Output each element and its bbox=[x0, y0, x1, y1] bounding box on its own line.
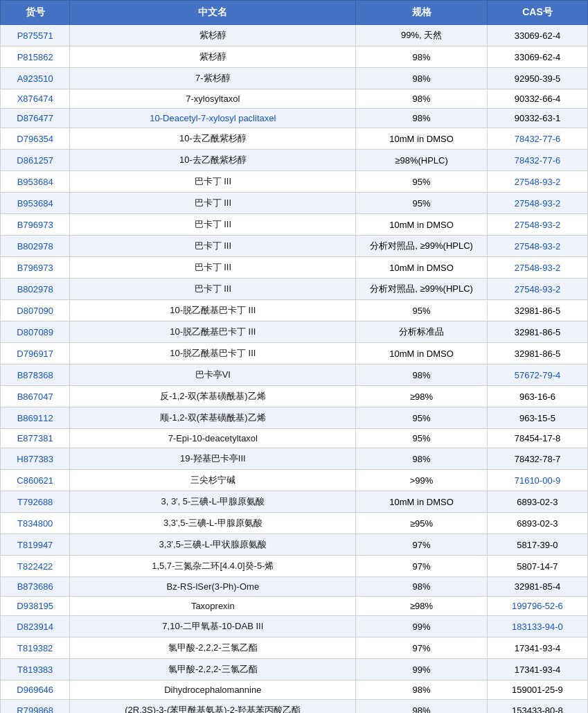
cell-cas: 32981-86-5 bbox=[487, 300, 587, 322]
product-id-link[interactable]: B953684 bbox=[17, 198, 53, 209]
cas-link[interactable]: 27548-93-2 bbox=[515, 284, 561, 294]
cell-name[interactable]: 10-Deacetyl-7-xylosyl paclitaxel bbox=[70, 109, 356, 128]
cell-id[interactable]: T819383 bbox=[1, 659, 70, 680]
cell-id[interactable]: T834800 bbox=[1, 513, 70, 534]
cell-id[interactable]: D876477 bbox=[1, 109, 70, 128]
cell-id[interactable]: P815862 bbox=[1, 46, 70, 68]
cell-id[interactable]: A923510 bbox=[1, 68, 70, 89]
cas-link[interactable]: 27548-93-2 bbox=[515, 198, 561, 209]
cell-spec: ≥98%(HPLC) bbox=[356, 150, 488, 171]
product-id-link[interactable]: B878368 bbox=[17, 370, 53, 380]
product-id-link[interactable]: D796917 bbox=[17, 349, 53, 359]
cas-link[interactable]: 78432-77-6 bbox=[515, 155, 561, 166]
cas-link[interactable]: 27548-93-2 bbox=[515, 241, 561, 252]
product-id-link[interactable]: E877381 bbox=[17, 433, 53, 443]
cell-cas[interactable]: 57672-79-4 bbox=[487, 364, 587, 386]
product-id-link[interactable]: B796973 bbox=[17, 263, 53, 273]
product-id-link[interactable]: X876474 bbox=[17, 94, 53, 104]
cas-link[interactable]: 57672-79-4 bbox=[515, 370, 561, 380]
product-id-link[interactable]: T819947 bbox=[17, 540, 53, 550]
product-id-link[interactable]: D796354 bbox=[17, 134, 53, 144]
cell-name: 紫杉醇 bbox=[70, 25, 356, 46]
cell-cas[interactable]: 27548-93-2 bbox=[487, 171, 587, 193]
cell-id[interactable]: D969646 bbox=[1, 680, 70, 700]
cas-link[interactable]: 71610-00-9 bbox=[515, 475, 561, 486]
cell-id[interactable]: B878368 bbox=[1, 364, 70, 386]
cell-id[interactable]: D823914 bbox=[1, 616, 70, 637]
cell-id[interactable]: B869112 bbox=[1, 407, 70, 429]
product-id-link[interactable]: A923510 bbox=[17, 73, 53, 84]
cell-spec: ≥95% bbox=[356, 513, 488, 534]
product-name-link[interactable]: 10-Deacetyl-7-xylosyl paclitaxel bbox=[150, 113, 276, 123]
cell-name: Taxoprexin bbox=[70, 597, 356, 616]
cell-id[interactable]: T819947 bbox=[1, 534, 70, 556]
product-id-link[interactable]: D969646 bbox=[17, 685, 53, 695]
cell-id[interactable]: D807089 bbox=[1, 322, 70, 343]
cell-id[interactable]: R799868 bbox=[1, 700, 70, 714]
cell-id[interactable]: T792688 bbox=[1, 491, 70, 513]
cas-link[interactable]: 78432-77-6 bbox=[515, 134, 561, 144]
cell-id[interactable]: D938195 bbox=[1, 597, 70, 616]
cell-id[interactable]: X876474 bbox=[1, 89, 70, 109]
cell-id[interactable]: B802978 bbox=[1, 236, 70, 257]
cell-id[interactable]: C860621 bbox=[1, 470, 70, 491]
cell-id[interactable]: D807090 bbox=[1, 300, 70, 322]
product-id-link[interactable]: H877383 bbox=[17, 454, 53, 464]
cell-id[interactable]: B867047 bbox=[1, 386, 70, 407]
cell-cas[interactable]: 27548-93-2 bbox=[487, 214, 587, 236]
cell-id[interactable]: B796973 bbox=[1, 257, 70, 279]
product-id-link[interactable]: B802978 bbox=[17, 284, 53, 294]
cell-cas[interactable]: 78432-77-6 bbox=[487, 128, 587, 150]
cas-link[interactable]: 27548-93-2 bbox=[515, 220, 561, 230]
product-id-link[interactable]: D938195 bbox=[17, 601, 53, 611]
cell-cas[interactable]: 27548-93-2 bbox=[487, 236, 587, 257]
cell-cas[interactable]: 71610-00-9 bbox=[487, 470, 587, 491]
cell-cas[interactable]: 27548-93-2 bbox=[487, 193, 587, 214]
product-id-link[interactable]: D807090 bbox=[17, 306, 53, 316]
cell-id[interactable]: B802978 bbox=[1, 279, 70, 300]
product-id-link[interactable]: R799868 bbox=[17, 705, 53, 714]
product-id-link[interactable]: T819382 bbox=[17, 643, 53, 653]
product-id-link[interactable]: B796973 bbox=[17, 220, 53, 230]
cell-cas[interactable]: 27548-93-2 bbox=[487, 257, 587, 279]
cell-cas[interactable]: 183133-94-0 bbox=[487, 616, 587, 637]
product-id-link[interactable]: T792688 bbox=[17, 497, 53, 507]
cell-cas[interactable]: 199796-52-6 bbox=[487, 597, 587, 616]
product-id-link[interactable]: T834800 bbox=[17, 518, 53, 529]
header-id: 货号 bbox=[1, 1, 70, 25]
cell-id[interactable]: D796917 bbox=[1, 343, 70, 364]
product-id-link[interactable]: B867047 bbox=[17, 391, 53, 402]
product-id-link[interactable]: D876477 bbox=[17, 113, 53, 123]
product-id-link[interactable]: D807089 bbox=[17, 327, 53, 337]
cell-id[interactable]: E877381 bbox=[1, 429, 70, 448]
cell-id[interactable]: B953684 bbox=[1, 171, 70, 193]
cell-id[interactable]: B873686 bbox=[1, 577, 70, 597]
cas-link[interactable]: 183133-94-0 bbox=[512, 622, 563, 632]
cas-link[interactable]: 199796-52-6 bbox=[512, 601, 563, 611]
cell-id[interactable]: D796354 bbox=[1, 128, 70, 150]
product-id-link[interactable]: B802978 bbox=[17, 241, 53, 252]
product-id-link[interactable]: D861257 bbox=[17, 155, 53, 166]
cell-spec: 98% bbox=[356, 89, 488, 109]
cell-id[interactable]: B953684 bbox=[1, 193, 70, 214]
product-id-link[interactable]: P875571 bbox=[17, 30, 53, 41]
cas-link[interactable]: 27548-93-2 bbox=[515, 177, 561, 187]
product-id-link[interactable]: T822422 bbox=[17, 561, 53, 572]
cell-id[interactable]: P875571 bbox=[1, 25, 70, 46]
product-id-link[interactable]: D823914 bbox=[17, 622, 53, 632]
product-id-link[interactable]: B873686 bbox=[17, 581, 53, 592]
cas-link[interactable]: 27548-93-2 bbox=[515, 263, 561, 273]
cell-cas[interactable]: 27548-93-2 bbox=[487, 279, 587, 300]
product-id-link[interactable]: B869112 bbox=[17, 413, 53, 423]
cell-id[interactable]: D861257 bbox=[1, 150, 70, 171]
cell-id[interactable]: T819382 bbox=[1, 637, 70, 659]
product-id-link[interactable]: T819383 bbox=[17, 664, 53, 675]
product-id-link[interactable]: C860621 bbox=[17, 475, 53, 486]
cell-id[interactable]: H877383 bbox=[1, 448, 70, 470]
product-id-link[interactable]: P815862 bbox=[17, 52, 53, 62]
cell-id[interactable]: B796973 bbox=[1, 214, 70, 236]
cell-cas[interactable]: 78432-77-6 bbox=[487, 150, 587, 171]
cell-id[interactable]: T822422 bbox=[1, 556, 70, 577]
product-id-link[interactable]: B953684 bbox=[17, 177, 53, 187]
cell-cas: 32981-86-5 bbox=[487, 343, 587, 364]
